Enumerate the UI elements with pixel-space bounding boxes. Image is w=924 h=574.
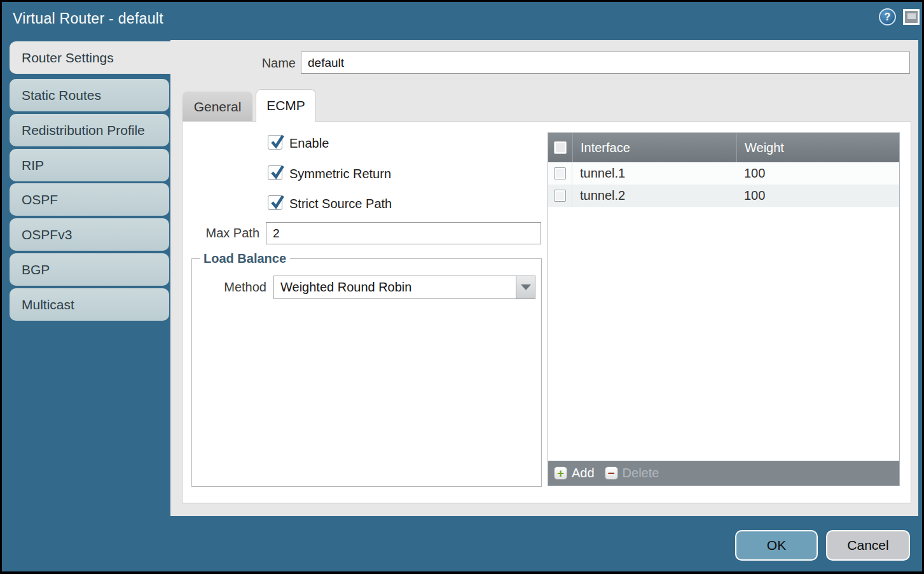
sidebar-item-ospfv3[interactable]: OSPFv3 (10, 218, 169, 251)
interface-cell: tunnel.1 (572, 162, 736, 185)
ecmp-interface-table: Interface Weight tunnel.1 100 tunnel.2 1… (548, 132, 900, 486)
dialog-title: Virtual Router - default (13, 10, 163, 27)
weight-cell: 100 (736, 185, 899, 207)
max-path-label: Max Path (193, 226, 259, 241)
ok-button[interactable]: OK (735, 530, 818, 561)
tab-general[interactable]: General (182, 91, 253, 121)
sidebar-item-redistribution-profile[interactable]: Redistribution Profile (10, 114, 169, 146)
weight-column-header: Weight (736, 133, 899, 162)
symmetric-return-checkbox[interactable] (268, 165, 282, 180)
help-icon[interactable]: ? (879, 8, 896, 25)
add-button-label: Add (572, 466, 595, 480)
plus-icon: + (554, 466, 567, 480)
row-checkbox[interactable] (554, 190, 566, 202)
method-dropdown-value: Weighted Round Robin (280, 276, 411, 298)
sidebar-item-router-settings[interactable]: Router Settings (10, 41, 170, 74)
window-restore-glyph (907, 13, 916, 19)
method-dropdown[interactable]: Weighted Round Robin (273, 276, 535, 299)
sidebar-item-ospf[interactable]: OSPF (10, 183, 169, 216)
interface-column-header: Interface (572, 133, 736, 162)
interface-cell: tunnel.2 (572, 185, 736, 207)
strict-source-path-checkbox[interactable] (268, 195, 282, 210)
method-dropdown-button[interactable] (516, 276, 535, 298)
chevron-down-icon (521, 284, 531, 290)
table-row[interactable]: tunnel.1 100 (548, 162, 899, 185)
enable-checkbox[interactable] (268, 135, 282, 150)
symmetric-return-label: Symmetric Return (289, 167, 391, 181)
row-checkbox[interactable] (554, 167, 566, 179)
sidebar-item-static-routes[interactable]: Static Routes (10, 79, 169, 111)
sidebar-item-rip[interactable]: RIP (10, 149, 169, 181)
window-restore-icon[interactable] (903, 9, 920, 25)
checkmark-icon (269, 133, 286, 150)
delete-button-label: Delete (623, 466, 659, 480)
max-path-input[interactable] (266, 222, 541, 244)
header-checkbox-cell (548, 133, 572, 162)
cancel-button[interactable]: Cancel (826, 530, 910, 561)
add-button[interactable]: + Add (554, 466, 595, 480)
delete-button[interactable]: − Delete (605, 466, 659, 480)
enable-label: Enable (289, 136, 329, 151)
weight-cell: 100 (736, 162, 899, 185)
strict-source-path-label: Strict Source Path (289, 197, 392, 211)
method-label: Method (212, 280, 266, 295)
select-all-checkbox[interactable] (554, 141, 567, 154)
virtual-router-dialog: Virtual Router - default ? Router Settin… (0, 0, 924, 574)
table-toolbar: + Add − Delete (548, 461, 899, 486)
tab-ecmp[interactable]: ECMP (256, 89, 316, 122)
checkmark-icon (269, 164, 286, 180)
sidebar-item-multicast[interactable]: Multicast (10, 288, 169, 321)
table-header: Interface Weight (548, 133, 899, 162)
sidebar-item-bgp[interactable]: BGP (10, 253, 169, 286)
checkmark-icon (269, 193, 286, 210)
name-label: Name (212, 56, 296, 71)
table-row[interactable]: tunnel.2 100 (548, 185, 899, 207)
load-balance-legend: Load Balance (200, 251, 290, 266)
name-input[interactable] (301, 52, 910, 74)
minus-icon: − (605, 466, 618, 480)
table-empty-area (548, 207, 899, 461)
